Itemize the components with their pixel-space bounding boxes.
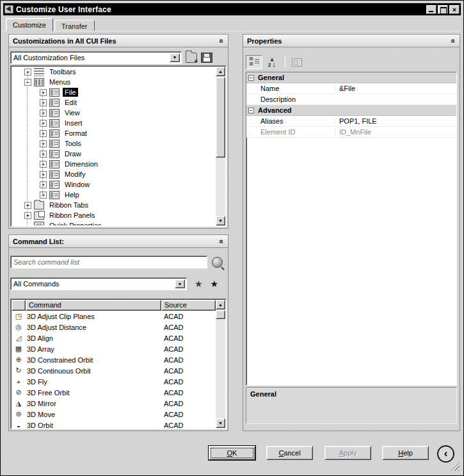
load-customization-file-icon[interactable] — [186, 53, 197, 63]
tree-expand-toggle[interactable]: + — [24, 202, 31, 209]
command-row-3d-adjust-distance[interactable]: ◎3D Adjust DistanceACAD — [12, 322, 216, 332]
tab-transfer[interactable]: Transfer — [54, 20, 95, 31]
customizations-panel-title: Customizations in All CUI Files — [13, 37, 116, 45]
tree-expand-toggle[interactable]: + — [40, 130, 47, 137]
tree-expand-toggle[interactable]: + — [40, 192, 47, 199]
customization-file-combobox[interactable]: All Customization Files ▼ — [10, 51, 182, 64]
command-row-3d-adjust-clip-planes[interactable]: ◳3D Adjust Clip PlanesACAD — [12, 311, 216, 322]
titlebar[interactable]: Customize User Interface × — [3, 3, 461, 15]
collapse-dialog-button[interactable]: ‹ — [437, 445, 454, 463]
tree-expand-toggle[interactable]: + — [40, 171, 47, 178]
tree-expand-toggle[interactable]: + — [40, 140, 47, 147]
command-name: 3D Free Orbit — [26, 389, 161, 397]
search-command-input[interactable] — [10, 256, 207, 268]
column-header-icon[interactable] — [12, 300, 26, 311]
continuous-orbit-icon: ↻ — [12, 366, 26, 375]
category-collapse-toggle[interactable]: − — [248, 108, 254, 113]
combobox-dropdown-arrow[interactable]: ▼ — [175, 279, 185, 288]
command-row-3d-orbit[interactable]: ◒3D OrbitACAD — [12, 420, 216, 428]
command-list-panel-title: Command List: — [13, 238, 64, 245]
properties-panel-header[interactable]: Properties « — [243, 35, 460, 47]
tree-scrollbar-thumb[interactable] — [216, 77, 225, 158]
align-icon: ◿ — [12, 334, 26, 342]
column-header-source[interactable]: Source — [161, 300, 216, 311]
save-customization-file-icon[interactable] — [201, 53, 212, 63]
maximize-button[interactable] — [438, 5, 448, 14]
tree-expand-toggle[interactable]: − — [24, 79, 31, 86]
find-command-icon[interactable]: ★ — [211, 279, 219, 289]
property-pages-icon — [292, 58, 302, 67]
tree-expand-toggle[interactable]: + — [40, 89, 47, 96]
property-row-aliases[interactable]: AliasesPOP1, FILE — [246, 116, 456, 127]
command-row-3d-align[interactable]: ◿3D AlignACAD — [12, 332, 216, 343]
command-list-panel-header[interactable]: Command List: « — [9, 235, 228, 248]
minimize-button[interactable] — [426, 5, 436, 14]
command-row-3d-array[interactable]: ▦3D ArrayACAD — [12, 343, 216, 354]
scroll-down-icon[interactable]: ▼ — [216, 418, 225, 428]
menu-icon — [49, 109, 60, 117]
tree-expand-toggle[interactable]: + — [40, 120, 47, 127]
combobox-dropdown-arrow[interactable]: ▼ — [170, 53, 180, 62]
collapse-chevron-icon[interactable]: « — [219, 239, 225, 243]
tab-customize[interactable]: Customize — [6, 18, 53, 31]
tree-expand-toggle[interactable]: + — [24, 69, 31, 76]
command-row-3d-constrained-orbit[interactable]: ⊕3D Constrained OrbitACAD — [12, 354, 216, 365]
command-row-3d-mirror[interactable]: ◮3D MirrorACAD — [12, 398, 216, 409]
property-category-general[interactable]: −General — [246, 72, 456, 83]
category-collapse-toggle[interactable]: − — [248, 75, 254, 81]
property-row-description[interactable]: Description — [246, 94, 456, 105]
tree-item-quick-properties[interactable]: Quick Properties — [12, 220, 216, 226]
tree-item-label: Insert — [63, 119, 84, 127]
cancel-button[interactable]: Cancel — [266, 446, 313, 460]
command-filter-combobox[interactable]: All Commands ▼ — [10, 277, 187, 290]
tree-item-label: Edit — [63, 98, 79, 107]
command-row-3d-continuous-orbit[interactable]: ↻3D Continuous OrbitACAD — [12, 365, 216, 376]
properties-grid: −GeneralName&FileDescription−AdvancedAli… — [246, 72, 457, 386]
scroll-up-icon[interactable]: ▲ — [216, 67, 225, 76]
command-name: 3D Continuous Orbit — [26, 367, 161, 375]
move-icon: ⊛ — [12, 410, 26, 418]
quick-properties-icon — [34, 222, 44, 226]
command-list-scrollbar-thumb[interactable] — [216, 310, 225, 319]
tree-item-ribbon-panels[interactable]: +Ribbon Panels — [12, 210, 216, 220]
column-header-command[interactable]: Command — [26, 300, 161, 311]
free-orbit-icon: ⊘ — [12, 388, 26, 397]
command-source: ACAD — [161, 422, 216, 429]
collapse-chevron-icon[interactable]: « — [219, 38, 225, 43]
ok-button[interactable]: OK — [209, 446, 255, 460]
help-button[interactable]: Help — [382, 446, 429, 460]
tree-expand-toggle[interactable]: + — [40, 110, 47, 117]
tree-item-menus[interactable]: −Menus — [12, 77, 216, 87]
command-row-3d-free-orbit[interactable]: ⊘3D Free OrbitACAD — [12, 387, 216, 398]
command-row-3d-fly[interactable]: +3D FlyACAD — [12, 376, 216, 387]
tree-scrollbar[interactable]: ▲ ▼ — [216, 67, 225, 226]
scroll-down-icon[interactable]: ▼ — [216, 216, 225, 226]
property-value[interactable]: POP1, FILE — [335, 117, 456, 125]
tree-expand-toggle[interactable]: + — [40, 99, 47, 106]
tree-connector-line — [27, 72, 28, 226]
tree-expand-toggle[interactable]: + — [40, 181, 47, 188]
tree-item-ribbon-tabs[interactable]: +Ribbon Tabs — [12, 200, 216, 210]
tree-expand-toggle[interactable]: + — [24, 212, 31, 219]
close-button[interactable]: × — [449, 5, 460, 14]
scroll-up-icon[interactable]: ▲ — [216, 300, 225, 309]
property-row-name[interactable]: Name&File — [246, 83, 456, 94]
properties-panel: Properties « AZ↓ −GeneralName&FileDescri… — [243, 34, 460, 431]
categorized-view-button[interactable] — [246, 55, 262, 69]
tree-item-toolbars[interactable]: +Toolbars — [12, 67, 216, 77]
property-category-label: Advanced — [258, 106, 292, 114]
tree-expand-toggle[interactable]: + — [40, 161, 47, 168]
tree-item-label: Ribbon Tabs — [47, 201, 90, 209]
command-row-3d-move[interactable]: ⊛3D MoveACAD — [12, 409, 216, 420]
command-list-scrollbar[interactable]: ▲ ▼ — [216, 300, 225, 428]
customizations-panel-header[interactable]: Customizations in All CUI Files « — [9, 35, 228, 47]
search-icon[interactable] — [212, 257, 223, 268]
command-table: Command Source ◳3D Adjust Clip PlanesACA… — [10, 299, 227, 429]
resize-grip[interactable] — [451, 462, 460, 471]
alphabetical-sort-button[interactable]: AZ↓ — [264, 55, 280, 69]
property-value[interactable]: &File — [335, 85, 456, 92]
property-category-advanced[interactable]: −Advanced — [246, 105, 456, 116]
create-new-command-icon[interactable]: ★ — [195, 279, 203, 289]
collapse-chevron-icon[interactable]: « — [451, 38, 457, 43]
tree-expand-toggle[interactable]: + — [40, 151, 47, 158]
